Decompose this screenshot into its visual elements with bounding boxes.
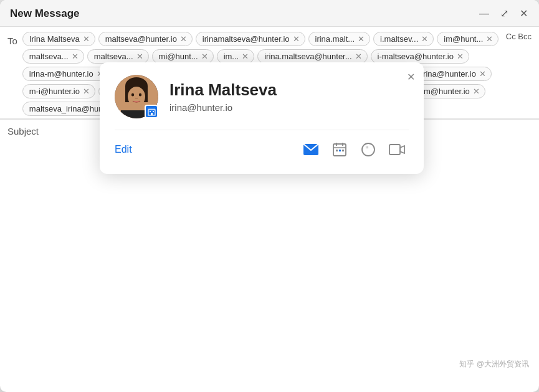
svg-point-4 [128, 87, 145, 107]
tag-label: irina.malt... [315, 34, 355, 44]
tag-remove[interactable]: ✕ [136, 52, 143, 60]
tag-mi-hunt[interactable]: mi@hunt... ✕ [152, 49, 214, 64]
svg-marker-25 [400, 146, 404, 153]
tag-irina-malt[interactable]: irina.malt... ✕ [308, 32, 371, 46]
quote-icon: " [361, 142, 376, 157]
popup-video-button[interactable] [385, 138, 409, 161]
email-icon [303, 143, 319, 156]
tag-label: maltseva... [29, 52, 69, 61]
svg-rect-11 [153, 111, 154, 112]
popup-contact-email: irina@hunter.io [169, 102, 277, 113]
popup-icon-group: " [299, 138, 409, 161]
tag-remove[interactable]: ✕ [457, 52, 464, 60]
svg-rect-10 [150, 111, 151, 112]
svg-rect-13 [148, 108, 155, 110]
popup-contact-info: Irina Maltseva irina@hunter.io [169, 80, 277, 112]
tag-i-maltseva-hunter[interactable]: i-maltseva@hunter.io ✕ [371, 49, 469, 64]
tag-maltseva-hunter[interactable]: maltseva@hunter.io ✕ [98, 32, 193, 46]
tag-remove[interactable]: ✕ [180, 35, 187, 43]
tag-label: i-maltseva@hunter.io [378, 52, 454, 61]
avatar-wrap [115, 75, 158, 118]
tag-remove[interactable]: ✕ [421, 35, 428, 43]
tag-maltseva-2[interactable]: maltseva... ✕ [87, 49, 149, 64]
svg-rect-24 [389, 145, 400, 155]
tag-im-short[interactable]: im... ✕ [217, 49, 255, 64]
tag-m-i-hunter[interactable]: m-i@hunter.io ✕ [22, 84, 95, 98]
tag-irina-maltseva-hunter[interactable]: irina.maltseva@hunter... ✕ [257, 49, 367, 64]
svg-rect-20 [339, 150, 341, 151]
building-icon [148, 108, 156, 116]
tag-label: maltseva... [94, 52, 133, 61]
tag-maltseva-1[interactable]: maltseva... ✕ [22, 49, 84, 64]
tag-remove[interactable]: ✕ [242, 52, 249, 60]
avatar-badge [145, 105, 158, 118]
to-label: To [7, 32, 17, 46]
popup-close-button[interactable]: ✕ [407, 71, 415, 83]
tag-remove[interactable]: ✕ [358, 35, 365, 43]
tag-im-hunt[interactable]: im@hunt... ✕ [437, 32, 498, 46]
tag-label: m-i@hunter.io [29, 87, 80, 96]
tag-label: im@hunt... [444, 34, 483, 44]
tag-i-maltsev[interactable]: i.maltsev... ✕ [373, 32, 434, 46]
svg-rect-12 [151, 113, 153, 115]
popup-header: Irina Maltseva irina@hunter.io [115, 75, 409, 118]
tag-label: Irina Maltseva [29, 34, 80, 44]
popup-actions: Edit [115, 130, 409, 161]
tag-label: i_m@hunter.io [417, 87, 470, 96]
svg-rect-19 [336, 150, 338, 151]
tag-remove[interactable]: ✕ [473, 87, 480, 95]
tag-remove[interactable]: ✕ [355, 52, 362, 60]
minimize-button[interactable]: — [478, 7, 490, 20]
tag-remove[interactable]: ✕ [293, 35, 300, 43]
tag-remove-irina-maltseva[interactable]: ✕ [83, 35, 90, 43]
popup-calendar-button[interactable] [328, 138, 351, 161]
tag-label: im... [224, 52, 239, 61]
subject-label: Subject [7, 126, 39, 136]
tag-remove[interactable]: ✕ [83, 87, 90, 95]
popup-contact-name: Irina Maltseva [169, 80, 277, 100]
tag-label: irina.maltseva@hunter... [264, 52, 351, 61]
watermark: 知乎 @大洲外贸资讯 [459, 359, 529, 370]
svg-point-5 [131, 93, 134, 97]
tag-irina-m-hunter[interactable]: irina-m@hunter.io ✕ [22, 67, 109, 81]
tag-remove[interactable]: ✕ [72, 52, 79, 60]
tag-irinamaltseva-hunter[interactable]: irinamaltseva@hunter.io ✕ [196, 32, 305, 46]
tag-label: maltseva@hunter.io [105, 34, 177, 44]
tag-label: mi@hunt... [159, 52, 198, 61]
tag-remove[interactable]: ✕ [486, 35, 493, 43]
calendar-icon [332, 142, 347, 157]
svg-text:": " [365, 145, 369, 155]
contact-popup: Irina Maltseva irina@hunter.io Edit [100, 62, 424, 174]
window-controls: — ⤢ ✕ [478, 7, 529, 20]
video-icon [389, 143, 405, 156]
tag-remove[interactable]: ✕ [201, 52, 208, 60]
svg-rect-21 [342, 150, 344, 151]
tag-remove[interactable]: ✕ [479, 70, 486, 78]
tag-label: i.maltsev... [380, 34, 418, 44]
popup-email-button[interactable] [299, 138, 323, 161]
tag-label: irina-m@hunter.io [29, 69, 93, 79]
title-bar: New Message — ⤢ ✕ [0, 0, 539, 27]
maximize-button[interactable]: ⤢ [499, 7, 510, 20]
tag-label: irinamaltseva@hunter.io [203, 34, 290, 44]
tag-irina-maltseva[interactable]: Irina Maltseva ✕ [22, 32, 95, 46]
popup-edit-button[interactable]: Edit [115, 141, 137, 158]
close-button[interactable]: ✕ [518, 7, 529, 20]
compose-window: New Message — ⤢ ✕ To Irina Maltseva ✕ ma… [0, 0, 539, 392]
svg-point-6 [139, 93, 141, 97]
popup-quote-button[interactable]: " [356, 138, 380, 161]
window-title: New Message [10, 7, 80, 20]
cc-bcc-button[interactable]: Cc Bcc [506, 32, 532, 41]
